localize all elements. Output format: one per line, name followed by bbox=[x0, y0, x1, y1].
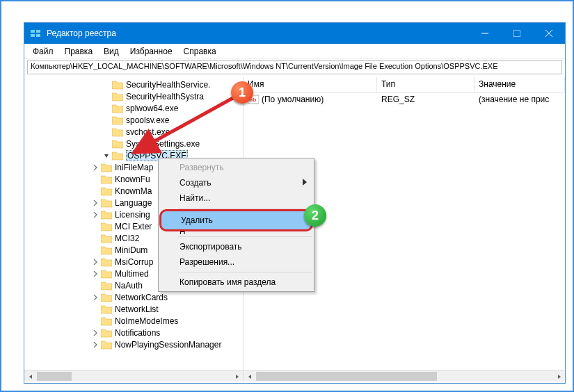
folder-icon bbox=[112, 104, 123, 113]
tree-horizontal-scrollbar[interactable] bbox=[24, 370, 243, 382]
context-menu: Развернуть Создать Найти... Удалить П Эк… bbox=[158, 158, 314, 292]
tree-label: MsiCorrup bbox=[115, 257, 153, 267]
cm-delete[interactable]: Удалить bbox=[161, 211, 311, 229]
folder-icon bbox=[101, 293, 112, 302]
cm-rename-partial[interactable]: П bbox=[160, 230, 312, 234]
tree-item[interactable]: Notifications bbox=[24, 327, 243, 338]
tree-label: KnownFu bbox=[115, 174, 150, 184]
folder-icon bbox=[101, 174, 112, 184]
folder-icon bbox=[101, 269, 112, 279]
tree-item[interactable]: SecurityHealthService. bbox=[24, 79, 243, 90]
annotation-arrow bbox=[127, 92, 245, 161]
folder-icon bbox=[101, 304, 112, 314]
col-value[interactable]: Значение bbox=[475, 77, 565, 92]
expand-icon[interactable] bbox=[91, 271, 99, 277]
expand-icon[interactable] bbox=[102, 153, 111, 158]
folder-icon bbox=[101, 163, 112, 172]
tree-label: MCI Exter bbox=[115, 222, 152, 231]
value-data: (значение не прис bbox=[475, 95, 565, 104]
expand-icon[interactable] bbox=[91, 259, 99, 265]
step-badge-1: 1 bbox=[231, 81, 253, 104]
tree-label: Multimed bbox=[115, 269, 149, 279]
tree-label: IniFileMap bbox=[115, 163, 153, 172]
expand-icon[interactable] bbox=[91, 212, 99, 218]
app-icon bbox=[30, 28, 41, 39]
folder-icon bbox=[112, 92, 123, 101]
folder-icon bbox=[101, 222, 112, 231]
tree-item[interactable]: NetworkList bbox=[24, 303, 243, 315]
cm-find[interactable]: Найти... bbox=[160, 190, 312, 206]
tree-label: Notifications bbox=[115, 328, 160, 338]
scroll-right-arrow[interactable] bbox=[231, 370, 243, 382]
cm-separator bbox=[178, 236, 312, 237]
tree-label: SecurityHealthService. bbox=[126, 80, 210, 90]
cm-create[interactable]: Создать bbox=[160, 175, 312, 190]
folder-icon bbox=[112, 139, 123, 149]
tree-label: NaAuth bbox=[115, 281, 143, 291]
close-button[interactable] bbox=[533, 23, 565, 44]
menu-view[interactable]: Вид bbox=[98, 45, 125, 58]
col-type[interactable]: Тип bbox=[377, 77, 475, 92]
svg-rect-0 bbox=[31, 30, 35, 33]
tree-item[interactable]: NetworkCards bbox=[24, 291, 243, 303]
menu-favorites[interactable]: Избранное bbox=[125, 45, 178, 58]
expand-icon[interactable] bbox=[91, 330, 99, 336]
folder-icon bbox=[101, 234, 112, 243]
folder-icon bbox=[112, 127, 123, 137]
col-name[interactable]: Имя bbox=[244, 77, 377, 92]
svg-rect-2 bbox=[31, 34, 35, 37]
tree-label: KnownMa bbox=[115, 186, 152, 196]
cm-permissions[interactable]: Разрешения... bbox=[160, 254, 312, 270]
cm-expand[interactable]: Развернуть bbox=[160, 160, 312, 175]
list-header: Имя Тип Значение bbox=[244, 77, 565, 93]
menu-help[interactable]: Справка bbox=[178, 45, 222, 58]
tree-label: NetworkCards bbox=[115, 293, 168, 302]
cm-export[interactable]: Экспортировать bbox=[160, 239, 312, 254]
cm-delete-highlight: Удалить bbox=[159, 209, 313, 231]
tree-label: MCI32 bbox=[115, 234, 139, 243]
folder-icon bbox=[101, 186, 112, 196]
list-horizontal-scrollbar[interactable] bbox=[244, 370, 565, 382]
minimize-button[interactable] bbox=[469, 23, 501, 44]
maximize-button[interactable] bbox=[501, 23, 533, 44]
tree-label: Language bbox=[115, 198, 152, 208]
svg-rect-1 bbox=[36, 30, 40, 33]
svg-rect-5 bbox=[513, 30, 520, 37]
svg-rect-3 bbox=[36, 34, 40, 37]
tree-label: MiniDum bbox=[115, 245, 148, 255]
titlebar[interactable]: Редактор реестра bbox=[24, 23, 565, 44]
address-bar[interactable]: Компьютер\HKEY_LOCAL_MACHINE\SOFTWARE\Mi… bbox=[27, 60, 562, 74]
expand-icon[interactable] bbox=[91, 295, 99, 300]
list-row[interactable]: ab (По умолчанию) REG_SZ (значение не пр… bbox=[244, 93, 565, 105]
expand-icon[interactable] bbox=[91, 165, 99, 170]
tree-label: Licensing bbox=[115, 210, 150, 220]
menu-edit[interactable]: Правка bbox=[59, 45, 99, 58]
tree-label: NoImeModeImes bbox=[115, 316, 178, 326]
folder-icon bbox=[101, 198, 112, 208]
expand-icon[interactable] bbox=[91, 200, 99, 206]
tree-label: NetworkList bbox=[115, 304, 159, 314]
cm-separator bbox=[178, 272, 312, 272]
cm-create-label: Создать bbox=[180, 178, 212, 188]
value-name: (По умолчанию) bbox=[262, 95, 324, 104]
svg-line-10 bbox=[137, 95, 238, 151]
scroll-right-arrow[interactable] bbox=[553, 370, 565, 382]
submenu-arrow-icon bbox=[303, 178, 307, 188]
step-badge-2: 2 bbox=[304, 204, 326, 227]
scroll-left-arrow[interactable] bbox=[244, 370, 255, 382]
scroll-left-arrow[interactable] bbox=[24, 370, 36, 382]
menu-file[interactable]: Файл bbox=[27, 45, 59, 58]
folder-icon bbox=[101, 245, 112, 255]
folder-icon bbox=[101, 316, 112, 326]
folder-icon bbox=[101, 210, 112, 220]
expand-icon[interactable] bbox=[91, 342, 99, 348]
window-title: Редактор реестра bbox=[47, 28, 469, 38]
cm-separator bbox=[178, 208, 312, 209]
folder-icon bbox=[101, 257, 112, 267]
cm-copy-key-name[interactable]: Копировать имя раздела bbox=[160, 275, 312, 290]
tree-item[interactable]: NowPlayingSessionManager bbox=[24, 338, 243, 350]
tree-item[interactable]: NoImeModeImes bbox=[24, 315, 243, 327]
value-type: REG_SZ bbox=[377, 95, 475, 104]
scroll-thumb[interactable] bbox=[256, 372, 437, 381]
scroll-thumb[interactable] bbox=[37, 372, 72, 381]
